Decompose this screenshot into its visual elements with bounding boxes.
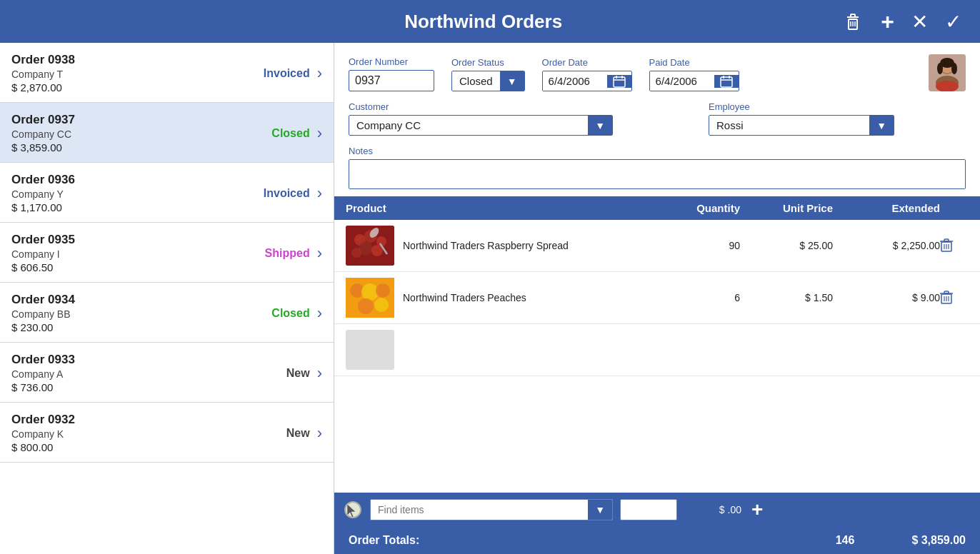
customer-label: Customer [349,101,691,112]
add-item-qty-input[interactable] [620,499,677,520]
svg-point-19 [937,63,943,74]
order-name: Order 0935 [11,233,246,247]
product-delete-button[interactable] [940,291,953,305]
confirm-button[interactable]: ✓ [941,9,966,35]
paid-date-calendar-btn[interactable] [714,75,739,88]
paid-date-input[interactable] [650,71,714,91]
order-item[interactable]: Order 0934 Company BB $ 230.00 Closed › [0,283,334,343]
customer-dropdown-btn[interactable]: ▼ [588,116,612,135]
order-item[interactable]: Order 0933 Company A $ 736.00 New › [0,343,334,403]
order-item[interactable]: Order 0936 Company Y $ 1,170.00 Invoiced… [0,163,334,223]
order-company: Company T [11,69,246,80]
order-date-calendar-btn[interactable] [607,75,631,88]
find-items-input[interactable] [371,500,588,520]
product-name-cell: Northwind Traders Peaches [346,278,647,318]
product-delete-cell [940,238,969,253]
order-amount: $ 736.00 [11,381,246,393]
detail-form: Order Number Order Status Closed ▼ Order… [334,43,980,196]
employee-photo [929,54,966,91]
product-extended: $ 2,250.00 [833,240,940,251]
order-name: Order 0933 [11,353,246,367]
col-extended: Extended [833,202,940,214]
product-trash-icon [940,238,953,253]
svg-point-20 [951,63,957,74]
svg-point-28 [351,248,361,258]
order-status-dropdown-btn[interactable]: ▼ [500,71,524,91]
order-status-label: Order Status [451,57,525,68]
order-status: Shipped [246,247,310,260]
svg-point-41 [346,298,359,311]
col-actions [940,202,969,214]
order-item[interactable]: Order 0937 Company CC $ 3,859.00 Closed … [0,103,334,163]
svg-rect-33 [944,239,949,241]
order-chevron-icon: › [317,304,322,323]
add-item-button[interactable]: + [749,498,766,521]
order-name: Order 0937 [11,113,246,127]
order-company: Company BB [11,308,246,320]
employee-label: Employee [709,101,966,112]
order-list: Order 0938 Company T $ 2,870.00 Invoiced… [0,43,334,554]
order-date-input[interactable] [543,71,607,91]
peaches-img [346,278,394,318]
find-items-dropdown-btn[interactable]: ▼ [588,500,612,520]
employee-select[interactable]: Rossi ▼ [709,115,894,136]
col-unit-price: Unit Price [740,202,833,214]
notes-textarea[interactable] [349,159,966,189]
employee-field: Employee Rossi ▼ [709,101,966,136]
col-product: Product [346,202,647,214]
main-layout: Order 0938 Company T $ 2,870.00 Invoiced… [0,43,980,554]
svg-rect-46 [944,291,949,293]
find-items-wrap: ▼ [370,499,613,520]
customer-select[interactable]: Company CC ▼ [349,115,613,136]
order-amount: $ 2,870.00 [11,81,246,94]
product-name: Northwind Traders Raspberry Spread [403,240,569,251]
cancel-button[interactable]: ✕ [907,9,932,35]
order-totals-bar: Order Totals: 146 $ 3,859.00 [334,527,980,554]
product-image [346,330,394,370]
order-item[interactable]: Order 0935 Company I $ 606.50 Shipped › [0,223,334,283]
order-info: Order 0933 Company A $ 736.00 [11,353,246,393]
calendar-icon-2 [720,75,733,88]
product-quantity: 6 [647,292,740,303]
paid-date-label: Paid Date [649,57,739,68]
cursor-indicator [343,500,363,520]
product-name: Northwind Traders Peaches [403,292,526,303]
totals-amount: $ 3,859.00 [911,534,966,547]
employee-dropdown-btn[interactable]: ▼ [869,116,894,135]
products-table-header: Product Quantity Unit Price Extended [334,196,980,220]
add-button[interactable]: + [876,7,899,36]
order-number-input[interactable] [349,70,434,91]
order-status: Invoiced [246,67,310,80]
customer-field: Customer Company CC ▼ [349,101,691,136]
svg-marker-50 [347,504,356,518]
product-quantity: 90 [647,240,740,251]
paid-date-field: Paid Date [649,57,739,91]
delete-button[interactable] [838,9,868,34]
notes-field: Notes [349,146,966,189]
order-amount: $ 1,170.00 [11,201,246,213]
order-date-picker [542,71,632,91]
employee-value: Rossi [709,116,869,135]
order-item[interactable]: Order 0938 Company T $ 2,870.00 Invoiced… [0,43,334,103]
order-number-field: Order Number [349,56,434,91]
product-image [346,226,394,266]
order-number-label: Order Number [349,56,434,67]
header-actions: + ✕ ✓ [838,7,966,36]
product-unit-price: $ 25.00 [740,240,833,251]
svg-point-43 [374,298,389,312]
order-item[interactable]: Order 0932 Company K $ 800.00 New › [0,403,334,463]
raspberry-img [346,226,394,266]
paid-date-picker [649,71,739,91]
order-chevron-icon: › [317,64,322,83]
svg-point-42 [358,298,374,314]
product-delete-button[interactable] [940,238,953,253]
order-company: Company I [11,248,246,260]
product-trash-icon [940,291,953,305]
order-status-select[interactable]: Closed ▼ [451,71,525,91]
order-info: Order 0935 Company I $ 606.50 [11,233,246,273]
order-name: Order 0934 [11,293,246,307]
order-amount: $ 3,859.00 [11,141,246,153]
order-status-value: Closed [452,71,500,91]
order-status-field: Order Status Closed ▼ [451,57,525,91]
order-date-label: Order Date [542,57,632,68]
